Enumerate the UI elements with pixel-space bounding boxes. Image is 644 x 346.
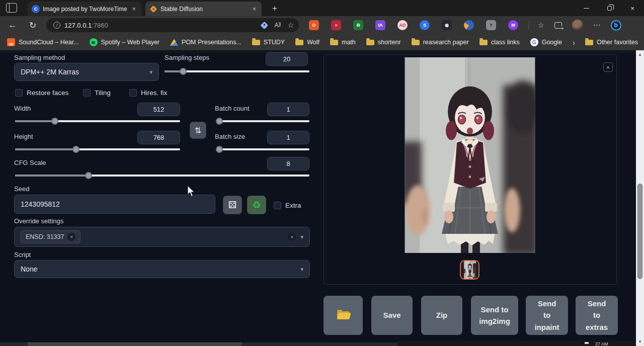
profile-avatar[interactable] [572,20,583,31]
gallery-thumbnail-selected[interactable] [460,260,479,280]
batch-size-value[interactable]: 1 [267,131,309,144]
drive-icon [170,39,178,46]
sampling-method-dropdown[interactable]: DPM++ 2M Karras ▾ [14,63,159,81]
send-to-img2img-button[interactable]: Send to img2img [471,296,518,335]
extension-icon-4[interactable]: IA [375,20,385,30]
bookmark-folder-study[interactable]: STUDY [252,39,285,46]
send-to-extras-button[interactable]: Send to extras [576,296,618,335]
cfg-scale-value[interactable]: 8 [267,157,309,170]
tiling-checkbox[interactable] [83,89,91,97]
site-info-icon[interactable]: i [53,22,60,29]
extension-icon-10[interactable]: M [508,20,518,30]
browser-tab-civitai[interactable]: C Image posted by TwoMoreTimes × [28,2,141,16]
save-button[interactable]: Save [371,296,413,335]
bookmarks-overflow-icon[interactable]: › [573,38,575,47]
read-aloud-icon[interactable]: A)) [274,22,280,29]
sampling-steps-value[interactable]: 20 [266,52,308,66]
bookmark-soundcloud[interactable]: ılılSoundCloud – Hear... [7,38,79,46]
new-tab-button[interactable]: + [269,3,281,15]
hires-fix-checkbox[interactable] [129,89,137,97]
bookmark-folder-shortenr[interactable]: shortenr [366,39,401,46]
menu-dots-icon[interactable]: ⋯ [593,21,601,30]
width-value[interactable]: 512 [137,103,180,116]
bookmark-other-favorites[interactable]: Other favorites [585,39,638,46]
favorites-list-icon[interactable]: ☆ [538,21,544,29]
extension-icon-2[interactable]: » [331,20,341,30]
height-slider[interactable] [15,145,180,153]
close-preview-button[interactable]: × [603,62,613,72]
vertical-scrollbar[interactable]: ▲ ▼ [636,50,644,346]
extension-icon-6[interactable]: S [420,20,430,30]
generated-image[interactable] [405,57,535,253]
collections-icon[interactable] [554,22,562,29]
extension-icon-7[interactable]: ◉ [442,20,452,30]
bookmark-folder-classlinks[interactable]: class links [479,39,520,46]
folder-icon [412,40,420,45]
extension-icon-5[interactable]: AD [397,20,408,30]
send-to-inpaint-button[interactable]: Send to inpaint [526,296,568,335]
sampling-steps-slider[interactable] [165,67,309,75]
zip-button[interactable]: Zip [421,296,462,335]
swap-dimensions-button[interactable]: ⇅ [190,122,206,139]
restore-faces-checkbox[interactable] [15,89,23,97]
bookmark-folder-research[interactable]: reasearch paper [412,39,469,46]
add-favorite-icon[interactable]: ☆ [287,21,294,29]
horizontal-scrollbar[interactable] [0,342,397,346]
height-value[interactable]: 768 [137,131,180,144]
scroll-down-icon[interactable]: ▼ [636,339,644,344]
shopping-tag-icon[interactable] [261,21,269,29]
taskbar-clock: 27 AM [595,341,608,346]
taskbar-sliver: 27 AM [397,341,636,346]
section-divider [0,52,635,52]
recycle-icon: ♻ [252,199,261,211]
bing-discover-icon[interactable]: b [611,20,621,31]
extra-seed-checkbox[interactable] [274,202,281,209]
tab-close-icon[interactable]: × [251,5,258,13]
batch-count-value[interactable]: 1 [267,103,309,116]
reuse-seed-button[interactable]: ♻ [247,196,266,214]
extension-icon-3[interactable]: ♻ [353,20,363,30]
scrollbar-thumb[interactable] [637,184,642,279]
refresh-icon[interactable]: ↻ [26,20,39,31]
restore-faces-label: Restore faces [27,89,68,97]
clear-field-icon[interactable]: × [288,233,296,241]
cfg-scale-slider[interactable] [15,171,309,180]
hscrollbar-thumb[interactable] [28,342,242,346]
batch-count-slider[interactable] [216,117,309,125]
restore-button[interactable] [598,0,621,16]
close-window-button[interactable]: × [621,0,644,16]
folder-icon [295,40,303,45]
bookmark-folder-math[interactable]: math [330,39,356,46]
extension-icon-8[interactable] [464,20,474,30]
back-icon[interactable]: ← [6,20,19,30]
override-settings-field[interactable]: ENSD: 31337 × × ▾ [14,227,310,247]
soundcloud-icon: ılıl [7,38,15,46]
random-seed-button[interactable]: ⚄ [223,196,242,214]
tab-close-icon[interactable]: × [130,5,137,13]
remove-chip-icon[interactable]: × [67,233,75,241]
bookmark-google[interactable]: GGoogle [530,38,562,46]
script-dropdown[interactable]: None ▾ [14,260,310,278]
browser-tab-stable-diffusion[interactable]: Stable Diffusion × [145,2,262,16]
override-chip[interactable]: ENSD: 31337 × [21,230,80,243]
extensions-row: O » ♻ IA AD S ◉ Y M [309,20,518,30]
address-bar[interactable]: i 127.0.0.1 :7860 A)) ☆ [46,18,299,32]
chevron-down-icon[interactable]: ▾ [300,234,303,240]
seed-input[interactable]: 1243095812 [14,195,215,214]
extension-icon-1[interactable]: O [309,20,319,30]
spotify-icon: ≋ [90,38,98,46]
workspaces-icon[interactable] [6,3,17,13]
url-port: :7860 [92,22,108,29]
scroll-up-icon[interactable]: ▲ [636,52,644,57]
bookmark-spotify[interactable]: ≋Spotify – Web Player [90,38,160,46]
hires-fix-label: Hires. fix [141,89,168,97]
batch-size-slider[interactable] [216,145,309,153]
bookmark-pom[interactable]: POM Presentations... [170,39,242,46]
open-folder-button[interactable] [324,296,363,335]
minimize-button[interactable] [575,0,598,16]
width-slider[interactable] [15,117,180,125]
swap-icon: ⇅ [195,126,201,135]
google-icon: G [530,38,538,46]
bookmark-folder-wolf[interactable]: Wolf [295,39,319,46]
extension-icon-9[interactable]: Y [486,20,496,30]
